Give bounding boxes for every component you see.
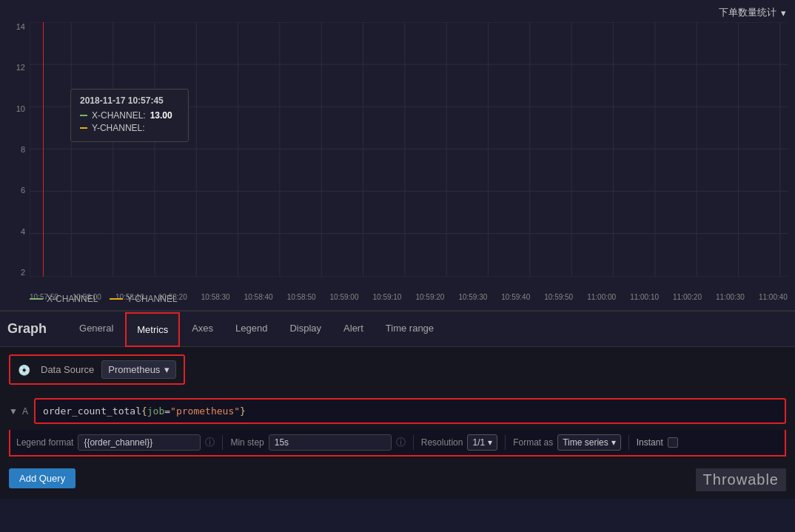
format-as-group: Format as Time series ▾ [513, 434, 621, 451]
tab-time-range[interactable]: Time range [375, 312, 444, 346]
divider-1 [222, 435, 223, 450]
instant-checkbox[interactable] [668, 437, 678, 448]
tab-display[interactable]: Display [279, 312, 332, 346]
query-brace-open: { [141, 405, 147, 417]
resolution-label: Resolution [421, 437, 463, 448]
min-step-input[interactable] [269, 434, 392, 451]
datasource-label: Data Source [41, 364, 94, 375]
tooltip-y-row: Y-CHANNEL: [80, 123, 179, 133]
x-label-12: 10:59:50 [544, 293, 573, 301]
resolution-value: 1/1 [472, 437, 485, 448]
min-step-label: Min step [230, 437, 264, 448]
y-channel-dot [80, 127, 87, 129]
x-label-14: 11:00:10 [630, 293, 659, 301]
legend-x-label: X-CHANNEL [47, 294, 98, 304]
divider-3 [505, 435, 506, 450]
legend-y-label: Y-CHANNEL [127, 294, 177, 304]
tooltip-y-label: Y-CHANNEL: [92, 123, 145, 133]
graph-title: Graph [7, 321, 47, 337]
instant-label: Instant [637, 437, 663, 448]
divider-4 [628, 435, 629, 450]
y-label-2: 2 [21, 268, 25, 277]
y-label-6: 6 [21, 186, 25, 195]
query-eq: = [164, 405, 170, 417]
x-label-5: 10:58:40 [244, 293, 273, 301]
add-query-wrapper: Add Query Throwable [9, 459, 786, 491]
datasource-value: Prometheus [108, 364, 160, 375]
x-label-10: 10:59:30 [458, 293, 487, 301]
x-label-11: 10:59:40 [501, 293, 530, 301]
chart-container: 下单数量统计 ▾ 14 12 10 8 6 4 2 [0, 0, 795, 311]
y-label-14: 14 [16, 22, 25, 31]
legend-x-line [30, 298, 43, 300]
graph-panel: Graph General Metrics Axes Legend Displa… [0, 311, 795, 499]
query-display[interactable]: order_count_total{job="prometheus"} [36, 400, 785, 422]
x-label-17: 11:00:40 [759, 293, 788, 301]
chart-title-dropdown-arrow[interactable]: ▾ [781, 7, 786, 18]
y-label-4: 4 [21, 227, 25, 236]
graph-header: Graph General Metrics Axes Legend Displa… [0, 312, 795, 347]
x-label-7: 10:59:00 [330, 293, 359, 301]
x-label-15: 11:00:20 [673, 293, 702, 301]
query-outer: ▼ A order_count_total{job="prometheus"} … [9, 398, 786, 457]
query-key: job [147, 405, 164, 417]
x-label-9: 10:59:20 [415, 293, 444, 301]
y-axis-labels: 14 12 10 8 6 4 2 [0, 22, 28, 277]
resolution-arrow: ▾ [488, 437, 492, 448]
x-label-4: 10:58:30 [201, 293, 230, 301]
collapse-icon[interactable]: ▼ [9, 406, 18, 417]
query-brace-close: } [240, 405, 246, 417]
query-row: ▼ A order_count_total{job="prometheus"} [9, 398, 786, 424]
x-label-8: 10:59:10 [373, 293, 402, 301]
chart-legend: X-CHANNEL Y-CHANNEL [30, 288, 178, 310]
tab-axes[interactable]: Axes [181, 312, 224, 346]
tab-general[interactable]: General [69, 312, 124, 346]
tooltip-x-value: 13.00 [150, 110, 172, 121]
tab-alert[interactable]: Alert [333, 312, 374, 346]
legend-x-channel: X-CHANNEL [30, 294, 98, 304]
chart-tooltip: 2018-11-17 10:57:45 X-CHANNEL: 13.00 Y-C… [70, 89, 189, 142]
tab-legend[interactable]: Legend [225, 312, 278, 346]
chart-title-area: 下单数量统计 ▾ [719, 6, 786, 19]
legend-y-channel: Y-CHANNEL [110, 294, 177, 304]
datasource-wrapper: 💿 Data Source Prometheus ▾ [9, 354, 786, 392]
query-letter: A [22, 406, 28, 417]
query-value: "prometheus" [170, 405, 240, 417]
query-input-wrapper: order_count_total{job="prometheus"} [34, 398, 786, 424]
legend-format-info-icon[interactable]: ⓘ [205, 436, 215, 449]
format-as-value: Time series [563, 437, 608, 448]
legend-y-line [110, 298, 123, 300]
x-channel-dot [80, 115, 87, 116]
chart-grid: 2018-11-17 10:57:45 X-CHANNEL: 13.00 Y-C… [30, 22, 788, 277]
tab-metrics[interactable]: Metrics [125, 312, 180, 347]
add-query-button[interactable]: Add Query [9, 468, 76, 488]
datasource-dropdown[interactable]: Prometheus ▾ [101, 360, 176, 379]
datasource-row: 💿 Data Source Prometheus ▾ [9, 354, 185, 385]
min-step-group: Min step [230, 434, 391, 451]
tabs-container: General Metrics Axes Legend Display Aler… [69, 312, 444, 346]
legend-format-label: Legend format [16, 437, 73, 448]
y-label-12: 12 [16, 63, 25, 72]
x-label-6: 10:58:50 [287, 293, 316, 301]
db-icon: 💿 [18, 364, 30, 376]
y-label-10: 10 [16, 104, 25, 113]
query-section: 💿 Data Source Prometheus ▾ ▼ A order_cou… [0, 347, 795, 499]
resolution-group: Resolution 1/1 ▾ [421, 434, 497, 451]
query-row-left: ▼ A [9, 406, 28, 417]
format-as-label: Format as [513, 437, 553, 448]
query-options-row: Legend format ⓘ Min step ⓘ Resolution 1/… [9, 430, 786, 457]
tooltip-x-row: X-CHANNEL: 13.00 [80, 110, 179, 121]
x-label-13: 11:00:00 [587, 293, 616, 301]
format-as-select[interactable]: Time series ▾ [557, 434, 621, 451]
legend-format-input[interactable] [78, 434, 201, 451]
query-keyword: order_count_total [43, 405, 141, 417]
throwable-watermark: Throwable [696, 468, 786, 491]
x-label-16: 11:00:30 [716, 293, 745, 301]
format-as-arrow: ▾ [611, 437, 616, 448]
tooltip-date: 2018-11-17 10:57:45 [80, 95, 179, 106]
resolution-select[interactable]: 1/1 ▾ [467, 434, 497, 451]
min-step-info-icon[interactable]: ⓘ [396, 436, 406, 449]
y-label-8: 8 [21, 145, 25, 154]
cursor-line [43, 22, 44, 277]
tooltip-x-label: X-CHANNEL: [92, 110, 146, 121]
